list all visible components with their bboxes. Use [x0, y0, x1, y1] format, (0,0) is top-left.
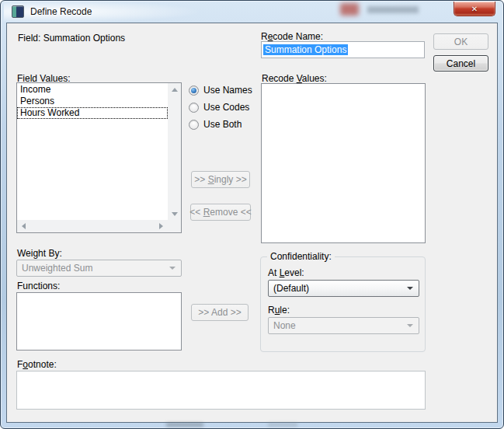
field-values-listbox[interactable]: Income Persons Hours Worked	[16, 82, 182, 233]
dropdown-value: (Default)	[273, 283, 309, 294]
recode-name-input[interactable]: Summation Options	[261, 41, 425, 58]
down-arrow-icon	[172, 212, 178, 216]
scrollbar-corner	[168, 220, 181, 232]
close-icon: ✕	[471, 5, 478, 13]
functions-listbox[interactable]	[16, 292, 182, 351]
functions-label: Functions:	[17, 281, 60, 291]
at-level-label: At Level:	[268, 267, 304, 278]
list-item-hours-worked[interactable]: Hours Worked	[17, 107, 168, 119]
radio-use-names[interactable]: Use Names	[189, 85, 252, 96]
scroll-down-button[interactable]	[168, 208, 181, 220]
list-item-income[interactable]: Income	[17, 84, 168, 96]
radio-use-both[interactable]: Use Both	[189, 119, 242, 130]
radio-button-icon	[189, 103, 199, 113]
rule-dropdown[interactable]: None	[268, 317, 419, 334]
recode-values-label: Recode Values:	[262, 73, 327, 84]
left-arrow-icon	[22, 223, 26, 229]
vertical-scrollbar[interactable]	[168, 83, 181, 220]
scroll-right-button[interactable]	[155, 220, 168, 232]
confidentiality-group-label: Confidentiality:	[267, 251, 335, 262]
radio-label: Use Codes	[203, 102, 249, 113]
ok-button[interactable]: OK	[433, 33, 488, 50]
at-level-dropdown[interactable]: (Default)	[268, 280, 419, 297]
listbox-rows: Income Persons Hours Worked	[17, 84, 181, 119]
chevron-down-icon	[407, 324, 413, 327]
up-arrow-icon	[172, 88, 178, 92]
field-summary-label: Field: Summation Options	[18, 33, 125, 44]
add-button[interactable]: >> Add >>	[191, 304, 249, 321]
selected-text: Summation Options	[263, 44, 348, 55]
radio-button-icon	[189, 120, 199, 130]
taskbar-blur-smudge	[166, 423, 203, 427]
close-button[interactable]: ✕	[454, 2, 495, 16]
dropdown-value: Unweighted Sum	[22, 263, 92, 274]
background-window-blur-text	[367, 6, 419, 13]
horizontal-scrollbar[interactable]	[17, 220, 168, 232]
recode-values-listbox[interactable]	[261, 83, 426, 243]
confidentiality-group: Confidentiality: At Level: (Default) Rul…	[260, 256, 426, 352]
chevron-down-icon	[407, 287, 413, 290]
app-icon	[12, 5, 24, 18]
define-recode-dialog: Define Recode ✕ Field: Summation Options…	[0, 0, 504, 429]
recode-name-label: Recode Name:	[261, 31, 323, 42]
background-window-blur-icon	[340, 3, 359, 16]
remove-button[interactable]: << Remove <<	[190, 204, 251, 221]
rule-label: Rule:	[268, 305, 290, 316]
radio-label: Use Names	[203, 85, 252, 96]
window-title: Define Recode	[30, 6, 92, 17]
scroll-up-button[interactable]	[168, 83, 181, 96]
radio-label: Use Both	[203, 119, 242, 130]
radio-use-codes[interactable]: Use Codes	[189, 102, 249, 113]
right-arrow-icon	[159, 223, 163, 229]
cancel-button[interactable]: Cancel	[433, 55, 488, 72]
chevron-down-icon	[169, 267, 176, 270]
footnote-label: Footnote:	[17, 359, 57, 370]
singly-button[interactable]: >> Singly >>	[191, 171, 250, 188]
scroll-left-button[interactable]	[17, 220, 30, 232]
footnote-textarea[interactable]	[16, 371, 426, 410]
weight-by-dropdown[interactable]: Unweighted Sum	[16, 260, 182, 277]
taskbar-blur-smudge	[268, 423, 297, 427]
dialog-client-area: Field: Summation Options Recode Name: Su…	[6, 23, 498, 423]
dropdown-value: None	[273, 320, 296, 331]
field-summary-value: Summation Options	[43, 33, 125, 44]
radio-button-icon	[189, 85, 199, 96]
titlebar[interactable]: Define Recode ✕	[1, 1, 503, 23]
list-item-persons[interactable]: Persons	[17, 96, 168, 107]
weight-by-label: Weight By:	[17, 248, 62, 259]
